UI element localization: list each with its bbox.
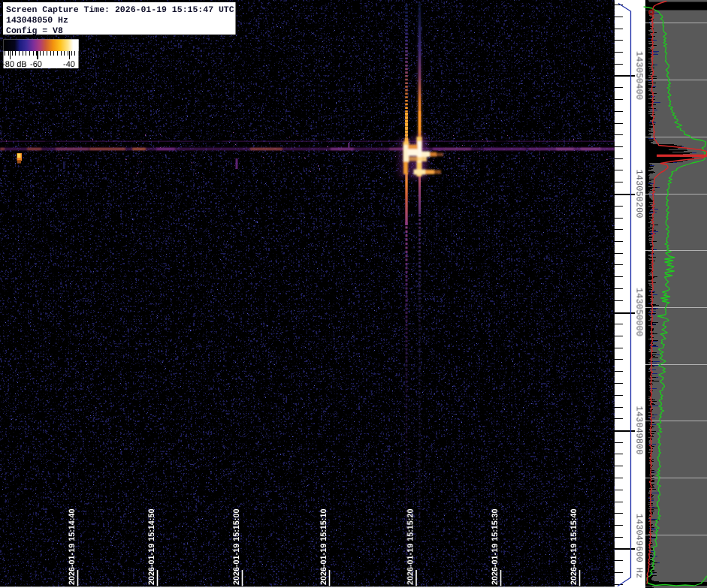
svg-text:2026-01-19 15:14:50: 2026-01-19 15:14:50 [147,509,156,585]
svg-text:2026-01-19 15:15:40: 2026-01-19 15:15:40 [570,509,579,585]
svg-text:-60: -60 [30,60,42,69]
svg-text:2026-01-19 15:15:10: 2026-01-19 15:15:10 [319,509,328,585]
svg-text:143049800: 143049800 [634,406,645,455]
svg-text:Config = V8: Config = V8 [6,26,63,36]
svg-text:143050400: 143050400 [634,51,645,100]
svg-text:143050200: 143050200 [634,170,645,219]
svg-text:2026-01-19 15:15:20: 2026-01-19 15:15:20 [406,509,415,585]
svg-text:143049600 Hz: 143049600 Hz [634,514,645,578]
svg-text:2026-01-19 15:14:40: 2026-01-19 15:14:40 [68,509,77,585]
svg-text:-80 dB: -80 dB [2,60,26,69]
svg-text:2026-01-19 15:15:30: 2026-01-19 15:15:30 [491,509,500,585]
svg-text:143050000: 143050000 [634,288,645,336]
svg-text:2026-01-19 15:15:00: 2026-01-19 15:15:00 [232,509,241,585]
svg-text:-40: -40 [63,60,75,69]
svg-text:143048050 Hz: 143048050 Hz [6,16,68,26]
svg-text:Screen Capture Time: 2026-01-1: Screen Capture Time: 2026-01-19 15:15:47… [6,5,234,15]
